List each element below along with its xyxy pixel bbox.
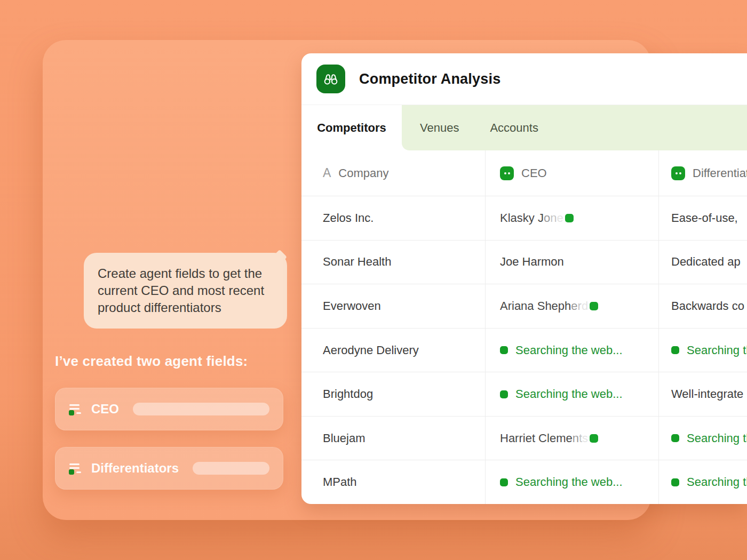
cell-value: Backwards co [671,299,744,313]
differentiators-cell[interactable]: Backwards co [659,284,747,328]
tab-accounts[interactable]: Accounts [490,121,538,135]
competitors-table: ACompanyCEODifferentiators Zelos Inc.Kla… [301,150,747,504]
cell-value: Ease-of-use, [671,211,738,225]
agent-field-chips: CEODifferentiators [55,388,283,506]
agent-field-placeholder-bar [193,462,269,475]
agent-field-label: CEO [91,402,119,417]
searching-dot-icon [500,478,508,486]
company-cell[interactable]: Brightdog [301,372,486,416]
company-cell[interactable]: Sonar Health [301,241,486,284]
searching-dot-icon [671,346,679,354]
company-name: Sonar Health [323,255,391,269]
differentiators-cell[interactable]: Ease-of-use, [659,196,747,240]
differentiators-cell[interactable]: Searching the web... [659,329,747,372]
agent-field-icon [500,166,514,180]
searching-dot-icon [500,390,508,398]
searching-dot-icon [500,346,508,354]
table-header-row: ACompanyCEODifferentiators [301,150,747,196]
typing-value: Ariana Shepherd [500,299,598,313]
typing-cursor-icon [590,434,598,443]
company-name: Aerodyne Delivery [323,343,419,357]
company-cell[interactable]: Aerodyne Delivery [301,329,486,372]
company-name: Zelos Inc. [323,211,374,225]
company-cell[interactable]: Bluejam [301,417,486,460]
ceo-cell[interactable]: Harriet Clements [486,417,659,460]
differentiators-cell[interactable]: Dedicated ap [659,241,747,284]
binoculars-icon [316,65,345,93]
table-row: Zelos Inc.Klasky JoneEase-of-use, [301,196,747,241]
table-row: EverwovenAriana ShepherdBackwards co [301,284,747,329]
cell-value: Well-integrate [671,387,743,401]
typing-cursor-icon [590,302,598,310]
searching-dot-icon [671,478,679,486]
ceo-cell[interactable]: Ariana Shepherd [486,284,659,328]
cell-value: Joe Harmon [500,255,564,269]
cell-value: Dedicated ap [671,255,741,269]
company-name: MPath [323,475,357,489]
company-name: Everwoven [323,299,381,313]
ceo-cell[interactable]: Klasky Jone [486,196,659,240]
column-header-ceo[interactable]: CEO [486,150,659,196]
column-header-company[interactable]: ACompany [301,150,486,196]
text-field-icon: A [323,166,331,180]
ceo-cell[interactable]: Joe Harmon [486,241,659,284]
differentiators-cell[interactable]: Searching the web... [659,417,747,460]
tab-strip: VenuesAccounts [402,105,747,150]
agent-field-icon [69,461,83,475]
company-cell[interactable]: Zelos Inc. [301,196,486,240]
card-header: Competitor Analysis [301,53,747,105]
typing-value: Klasky Jone [500,211,574,225]
user-chat-message: Create agent fields to get the current C… [98,265,273,316]
column-header-label: Company [338,166,388,180]
company-name: Bluejam [323,431,365,445]
column-header-label: CEO [521,166,547,180]
table-row: BluejamHarriet ClementsSearching the web… [301,417,747,461]
agent-field-icon [69,402,83,416]
tab-bar: VenuesAccounts Competitors [301,105,747,150]
agent-field-chip-differentiators[interactable]: Differentiators [55,447,283,490]
agent-field-icon [671,166,685,180]
searching-status: Searching the web... [500,387,623,401]
company-cell[interactable]: Everwoven [301,284,486,328]
company-name: Brightdog [323,387,373,401]
page-title: Competitor Analysis [359,71,500,87]
company-cell[interactable]: MPath [301,460,486,504]
searching-status: Searching the web... [500,475,623,489]
searching-status: Searching the web... [671,475,747,489]
ceo-cell[interactable]: Searching the web... [486,372,659,416]
ceo-cell[interactable]: Searching the web... [486,329,659,372]
table-row: Aerodyne DeliverySearching the web...Sea… [301,329,747,373]
agent-field-chip-ceo[interactable]: CEO [55,388,283,430]
column-header-label: Differentiators [693,166,747,180]
table-row: Sonar HealthJoe HarmonDedicated ap [301,241,747,285]
table-body: Zelos Inc.Klasky JoneEase-of-use,Sonar H… [301,196,747,504]
searching-status: Searching the web... [500,343,623,357]
differentiators-cell[interactable]: Well-integrate [659,372,747,416]
differentiators-cell[interactable]: Searching the web... [659,460,747,504]
searching-status: Searching the web... [671,431,747,445]
tab-competitors[interactable]: Competitors [301,105,402,150]
agent-field-placeholder-bar [133,403,269,415]
table-row: MPathSearching the web...Searching the w… [301,460,747,504]
agent-field-label: Differentiators [91,461,179,476]
column-header-differentiators[interactable]: Differentiators [659,150,747,196]
table-row: BrightdogSearching the web...Well-integr… [301,372,747,417]
typing-value: Harriet Clements [500,431,598,445]
tab-venues[interactable]: Venues [420,121,459,135]
competitor-analysis-card: Competitor Analysis VenuesAccounts Compe… [301,53,747,504]
searching-dot-icon [671,434,679,442]
ceo-cell[interactable]: Searching the web... [486,460,659,504]
searching-status: Searching the web... [671,343,747,357]
user-chat-bubble: Create agent fields to get the current C… [84,253,287,329]
assistant-message: I’ve created two agent fields: [55,353,248,370]
typing-cursor-icon [565,214,574,222]
